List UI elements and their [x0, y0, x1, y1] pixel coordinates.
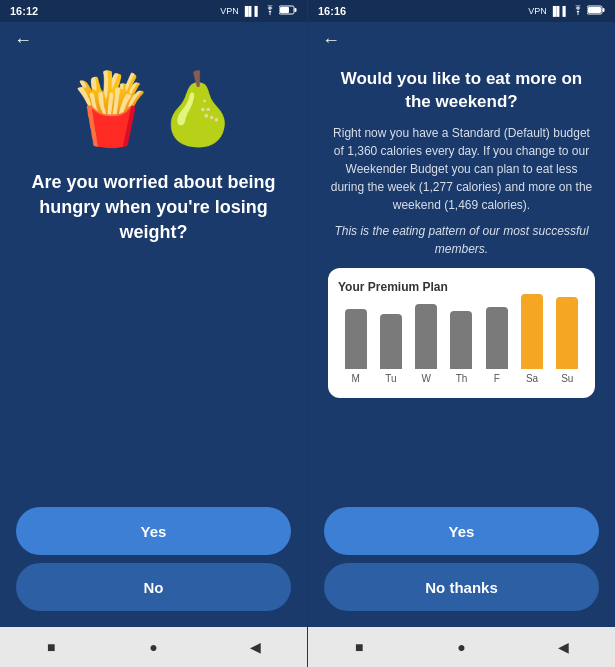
- svg-point-4: [577, 13, 579, 15]
- right-yes-button[interactable]: Yes: [324, 507, 599, 555]
- bar-col-f: F: [486, 307, 508, 384]
- left-back-btn[interactable]: ◀: [246, 637, 266, 657]
- right-square-btn[interactable]: ■: [349, 637, 369, 657]
- right-circle-btn[interactable]: ●: [451, 637, 471, 657]
- right-highlight: This is the eating pattern of our most s…: [328, 222, 595, 258]
- left-screen: 16:12 VPN ▐▌▌ ←: [0, 0, 307, 667]
- right-screen: 16:16 VPN ▐▌▌ ←: [308, 0, 615, 667]
- food-illustration: 🍟🍐: [67, 68, 241, 150]
- signal-icon: ▐▌▌: [242, 6, 261, 16]
- right-status-bar: 16:16 VPN ▐▌▌: [308, 0, 615, 22]
- bar-col-su: Su: [556, 297, 578, 384]
- left-question: Are you worried about being hungry when …: [20, 170, 287, 246]
- left-status-bar: 16:12 VPN ▐▌▌: [0, 0, 307, 22]
- bar-col-m: M: [345, 309, 367, 384]
- right-vpn-icon: VPN: [528, 6, 547, 16]
- svg-point-0: [269, 13, 271, 15]
- left-nav-bar: ←: [0, 22, 307, 58]
- right-status-icons: VPN ▐▌▌: [528, 5, 605, 17]
- right-battery-icon: [587, 5, 605, 17]
- bar-col-th: Th: [450, 311, 472, 384]
- day-w: W: [421, 373, 430, 384]
- premium-plan-chart: Your Premium Plan M Tu W: [328, 268, 595, 398]
- day-m: M: [351, 373, 359, 384]
- vpn-icon: VPN: [220, 6, 239, 16]
- right-question: Would you like to eat more on the weeken…: [328, 68, 595, 114]
- day-tu: Tu: [385, 373, 396, 384]
- right-time: 16:16: [318, 5, 346, 17]
- day-th: Th: [456, 373, 468, 384]
- wifi-icon: [264, 5, 276, 17]
- left-content: 🍟🍐 Are you worried about being hungry wh…: [0, 58, 307, 289]
- bar-su: [556, 297, 578, 369]
- bar-sa: [521, 294, 543, 369]
- bar-th: [450, 311, 472, 369]
- right-button-area: Yes No thanks: [308, 499, 615, 627]
- bar-f: [486, 307, 508, 369]
- left-no-button[interactable]: No: [16, 563, 291, 611]
- left-yes-button[interactable]: Yes: [16, 507, 291, 555]
- right-wifi-icon: [572, 5, 584, 17]
- bar-chart: M Tu W Th: [338, 304, 585, 384]
- left-button-area: Yes No: [0, 499, 307, 627]
- left-bottom-nav: ■ ● ◀: [0, 627, 307, 667]
- left-status-icons: VPN ▐▌▌: [220, 5, 297, 17]
- bar-col-sa: Sa: [521, 294, 543, 384]
- right-back-arrow[interactable]: ←: [322, 30, 340, 51]
- battery-icon: [279, 5, 297, 17]
- left-circle-btn[interactable]: ●: [143, 637, 163, 657]
- right-back-btn[interactable]: ◀: [554, 637, 574, 657]
- bar-col-tu: Tu: [380, 314, 402, 384]
- right-description: Right now you have a Standard (Default) …: [328, 124, 595, 214]
- right-signal-icon: ▐▌▌: [550, 6, 569, 16]
- bar-col-w: W: [415, 304, 437, 384]
- right-bottom-nav: ■ ● ◀: [308, 627, 615, 667]
- day-f: F: [494, 373, 500, 384]
- svg-rect-6: [603, 8, 605, 12]
- right-no-thanks-button[interactable]: No thanks: [324, 563, 599, 611]
- left-square-btn[interactable]: ■: [41, 637, 61, 657]
- day-sa: Sa: [526, 373, 538, 384]
- svg-rect-7: [588, 7, 601, 13]
- svg-rect-3: [280, 7, 289, 13]
- bar-tu: [380, 314, 402, 369]
- bar-m: [345, 309, 367, 369]
- chart-label: Your Premium Plan: [338, 280, 585, 294]
- left-time: 16:12: [10, 5, 38, 17]
- svg-rect-2: [295, 8, 297, 12]
- left-back-arrow[interactable]: ←: [14, 30, 32, 51]
- right-content: Would you like to eat more on the weeken…: [308, 58, 615, 499]
- day-su: Su: [561, 373, 573, 384]
- bar-w: [415, 304, 437, 369]
- right-nav-bar: ←: [308, 22, 615, 58]
